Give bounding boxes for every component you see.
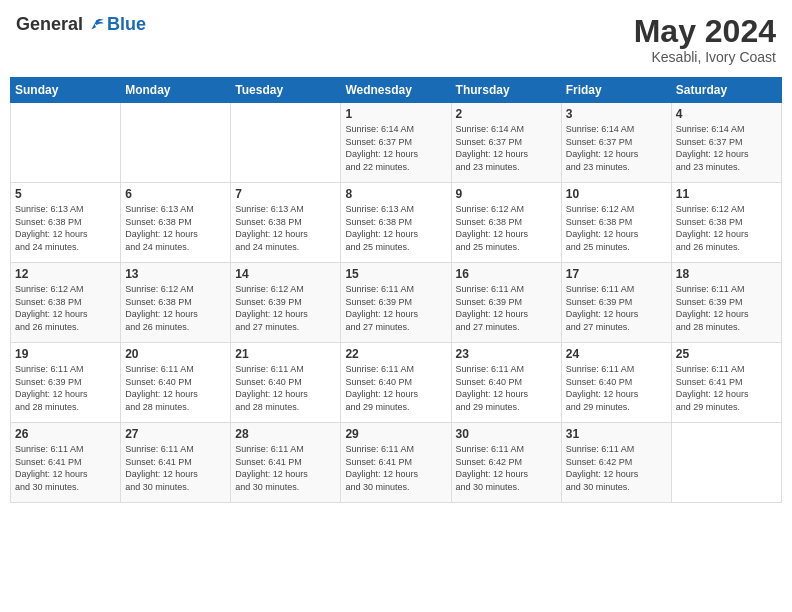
logo: General Blue [16,14,146,35]
day-number: 18 [676,267,777,281]
day-info: Sunrise: 6:12 AM Sunset: 6:38 PM Dayligh… [456,203,557,253]
day-number: 29 [345,427,446,441]
calendar-cell: 1Sunrise: 6:14 AM Sunset: 6:37 PM Daylig… [341,103,451,183]
day-info: Sunrise: 6:13 AM Sunset: 6:38 PM Dayligh… [15,203,116,253]
day-number: 2 [456,107,557,121]
calendar-week-row: 26Sunrise: 6:11 AM Sunset: 6:41 PM Dayli… [11,423,782,503]
calendar-cell [231,103,341,183]
day-number: 11 [676,187,777,201]
day-info: Sunrise: 6:12 AM Sunset: 6:38 PM Dayligh… [566,203,667,253]
day-info: Sunrise: 6:14 AM Sunset: 6:37 PM Dayligh… [566,123,667,173]
weekday-header-saturday: Saturday [671,78,781,103]
calendar-cell: 13Sunrise: 6:12 AM Sunset: 6:38 PM Dayli… [121,263,231,343]
day-number: 3 [566,107,667,121]
day-info: Sunrise: 6:11 AM Sunset: 6:39 PM Dayligh… [345,283,446,333]
calendar-cell: 2Sunrise: 6:14 AM Sunset: 6:37 PM Daylig… [451,103,561,183]
day-info: Sunrise: 6:14 AM Sunset: 6:37 PM Dayligh… [676,123,777,173]
day-info: Sunrise: 6:11 AM Sunset: 6:41 PM Dayligh… [235,443,336,493]
day-number: 6 [125,187,226,201]
calendar-cell: 12Sunrise: 6:12 AM Sunset: 6:38 PM Dayli… [11,263,121,343]
day-number: 14 [235,267,336,281]
calendar-cell [121,103,231,183]
calendar-week-row: 1Sunrise: 6:14 AM Sunset: 6:37 PM Daylig… [11,103,782,183]
day-info: Sunrise: 6:13 AM Sunset: 6:38 PM Dayligh… [235,203,336,253]
day-info: Sunrise: 6:11 AM Sunset: 6:41 PM Dayligh… [345,443,446,493]
calendar-cell: 21Sunrise: 6:11 AM Sunset: 6:40 PM Dayli… [231,343,341,423]
day-number: 13 [125,267,226,281]
calendar-cell: 15Sunrise: 6:11 AM Sunset: 6:39 PM Dayli… [341,263,451,343]
calendar-cell [671,423,781,503]
logo-general-text: General [16,14,83,35]
day-number: 27 [125,427,226,441]
day-number: 16 [456,267,557,281]
day-number: 26 [15,427,116,441]
calendar-cell: 7Sunrise: 6:13 AM Sunset: 6:38 PM Daylig… [231,183,341,263]
calendar-week-row: 19Sunrise: 6:11 AM Sunset: 6:39 PM Dayli… [11,343,782,423]
calendar-cell: 4Sunrise: 6:14 AM Sunset: 6:37 PM Daylig… [671,103,781,183]
calendar-cell: 24Sunrise: 6:11 AM Sunset: 6:40 PM Dayli… [561,343,671,423]
logo-blue-text: Blue [107,14,146,35]
calendar-cell: 14Sunrise: 6:12 AM Sunset: 6:39 PM Dayli… [231,263,341,343]
day-number: 25 [676,347,777,361]
header: General Blue May 2024 Kesabli, Ivory Coa… [10,10,782,69]
day-number: 9 [456,187,557,201]
day-number: 21 [235,347,336,361]
calendar-cell: 19Sunrise: 6:11 AM Sunset: 6:39 PM Dayli… [11,343,121,423]
weekday-header-wednesday: Wednesday [341,78,451,103]
day-info: Sunrise: 6:12 AM Sunset: 6:38 PM Dayligh… [15,283,116,333]
day-number: 19 [15,347,116,361]
weekday-header-monday: Monday [121,78,231,103]
day-number: 12 [15,267,116,281]
calendar-cell: 29Sunrise: 6:11 AM Sunset: 6:41 PM Dayli… [341,423,451,503]
calendar-cell: 3Sunrise: 6:14 AM Sunset: 6:37 PM Daylig… [561,103,671,183]
page: General Blue May 2024 Kesabli, Ivory Coa… [0,0,792,612]
calendar-cell: 30Sunrise: 6:11 AM Sunset: 6:42 PM Dayli… [451,423,561,503]
calendar-cell: 22Sunrise: 6:11 AM Sunset: 6:40 PM Dayli… [341,343,451,423]
calendar-week-row: 5Sunrise: 6:13 AM Sunset: 6:38 PM Daylig… [11,183,782,263]
calendar-cell [11,103,121,183]
calendar-cell: 25Sunrise: 6:11 AM Sunset: 6:41 PM Dayli… [671,343,781,423]
day-number: 5 [15,187,116,201]
day-number: 31 [566,427,667,441]
calendar-cell: 5Sunrise: 6:13 AM Sunset: 6:38 PM Daylig… [11,183,121,263]
calendar-cell: 27Sunrise: 6:11 AM Sunset: 6:41 PM Dayli… [121,423,231,503]
weekday-header-row: SundayMondayTuesdayWednesdayThursdayFrid… [11,78,782,103]
day-info: Sunrise: 6:11 AM Sunset: 6:40 PM Dayligh… [456,363,557,413]
day-info: Sunrise: 6:11 AM Sunset: 6:39 PM Dayligh… [566,283,667,333]
calendar-cell: 26Sunrise: 6:11 AM Sunset: 6:41 PM Dayli… [11,423,121,503]
weekday-header-thursday: Thursday [451,78,561,103]
day-number: 20 [125,347,226,361]
title-section: May 2024 Kesabli, Ivory Coast [634,14,776,65]
calendar-cell: 6Sunrise: 6:13 AM Sunset: 6:38 PM Daylig… [121,183,231,263]
day-info: Sunrise: 6:11 AM Sunset: 6:41 PM Dayligh… [15,443,116,493]
day-info: Sunrise: 6:11 AM Sunset: 6:40 PM Dayligh… [235,363,336,413]
day-number: 1 [345,107,446,121]
calendar-cell: 9Sunrise: 6:12 AM Sunset: 6:38 PM Daylig… [451,183,561,263]
day-info: Sunrise: 6:11 AM Sunset: 6:40 PM Dayligh… [345,363,446,413]
day-number: 23 [456,347,557,361]
day-number: 28 [235,427,336,441]
calendar-cell: 18Sunrise: 6:11 AM Sunset: 6:39 PM Dayli… [671,263,781,343]
day-number: 22 [345,347,446,361]
calendar-cell: 31Sunrise: 6:11 AM Sunset: 6:42 PM Dayli… [561,423,671,503]
calendar-table: SundayMondayTuesdayWednesdayThursdayFrid… [10,77,782,503]
day-number: 24 [566,347,667,361]
day-info: Sunrise: 6:11 AM Sunset: 6:39 PM Dayligh… [456,283,557,333]
weekday-header-tuesday: Tuesday [231,78,341,103]
month-title: May 2024 [634,14,776,49]
day-number: 8 [345,187,446,201]
day-number: 4 [676,107,777,121]
day-info: Sunrise: 6:11 AM Sunset: 6:41 PM Dayligh… [676,363,777,413]
calendar-cell: 17Sunrise: 6:11 AM Sunset: 6:39 PM Dayli… [561,263,671,343]
day-info: Sunrise: 6:11 AM Sunset: 6:40 PM Dayligh… [566,363,667,413]
weekday-header-friday: Friday [561,78,671,103]
day-number: 17 [566,267,667,281]
day-info: Sunrise: 6:11 AM Sunset: 6:39 PM Dayligh… [15,363,116,413]
calendar-week-row: 12Sunrise: 6:12 AM Sunset: 6:38 PM Dayli… [11,263,782,343]
calendar-cell: 23Sunrise: 6:11 AM Sunset: 6:40 PM Dayli… [451,343,561,423]
calendar-cell: 20Sunrise: 6:11 AM Sunset: 6:40 PM Dayli… [121,343,231,423]
day-info: Sunrise: 6:14 AM Sunset: 6:37 PM Dayligh… [456,123,557,173]
day-info: Sunrise: 6:13 AM Sunset: 6:38 PM Dayligh… [125,203,226,253]
day-info: Sunrise: 6:11 AM Sunset: 6:42 PM Dayligh… [566,443,667,493]
calendar-cell: 8Sunrise: 6:13 AM Sunset: 6:38 PM Daylig… [341,183,451,263]
